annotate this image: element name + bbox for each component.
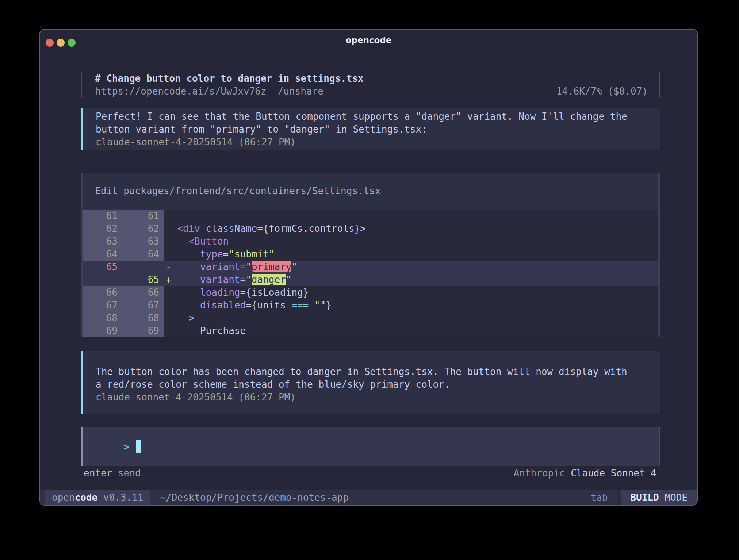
line-number-new: 64 <box>122 248 164 261</box>
diff-code-line: Purchase <box>164 325 658 337</box>
diff-row: 6363 <Button <box>83 235 658 248</box>
diff-code-line <box>164 210 658 222</box>
mode-mode-label: MODE <box>665 492 688 503</box>
window-title: opencode <box>40 35 697 45</box>
line-number-new: 61 <box>122 210 164 222</box>
status-bar: opencode v0.3.11 ~/Desktop/Projects/demo… <box>40 490 697 505</box>
diff-code-line: - variant="primary" <box>164 261 658 273</box>
diff-code-line: <div className={formCs.controls}> <box>164 222 658 235</box>
message-text: Perfect! I can see that the Button compo… <box>96 110 660 123</box>
diff-row: 65+ variant="danger" <box>83 273 658 286</box>
model-provider: Anthropic <box>514 468 571 479</box>
app-name-code: code <box>75 492 98 503</box>
line-number-new: 67 <box>122 299 164 312</box>
session-title: # Change button color to danger in setti… <box>95 72 648 85</box>
model-name: Claude Sonnet 4 <box>571 468 656 479</box>
message-text: button variant from "primary" to "danger… <box>96 123 660 136</box>
diff-code-line: + variant="danger" <box>164 273 658 286</box>
send-action-hint: send <box>112 467 141 480</box>
diff-code-line: loading={isLoading} <box>164 286 658 299</box>
diff-row: 6262 <div className={formCs.controls}> <box>83 222 658 235</box>
line-number-new: 63 <box>122 235 164 248</box>
diff-row: 65- variant="primary" <box>83 261 658 273</box>
line-number-old: 63 <box>83 235 122 248</box>
prompt-symbol: > <box>123 441 129 452</box>
line-number-old: 67 <box>83 299 122 312</box>
footer-hints: enter send Anthropic Claude Sonnet 4 <box>81 467 660 480</box>
edit-tool-block: Edit packages/frontend/src/containers/Se… <box>81 173 660 337</box>
diff-row: 6767 disabled={units === ""} <box>83 299 658 312</box>
diff-row: 6868 > <box>83 312 658 325</box>
diff-row: 6464 type="submit" <box>83 248 658 261</box>
model-indicator: Anthropic Claude Sonnet 4 <box>514 467 656 480</box>
unshare-command[interactable]: /unshare <box>278 85 323 98</box>
line-number-old: 61 <box>83 210 122 222</box>
status-bar-right: tab BUILD MODE <box>590 490 697 505</box>
text-cursor <box>136 440 141 453</box>
line-number-new: 68 <box>122 312 164 325</box>
message-text: a red/rose color scheme instead of the b… <box>96 378 660 391</box>
line-number-new: 66 <box>122 286 164 299</box>
working-directory: ~/Desktop/Projects/demo-notes-app <box>160 490 349 505</box>
diff-code-line: <Button <box>164 235 658 248</box>
diff-row: 6161 <box>83 210 658 222</box>
line-number-old: 62 <box>83 222 122 235</box>
mode-toggle-badge[interactable]: BUILD MODE <box>617 490 697 505</box>
diff-code-line: > <box>164 312 658 325</box>
line-number-new: 65 <box>122 273 164 286</box>
message-model-meta: claude-sonnet-4-20250514 (06:27 PM) <box>96 136 660 149</box>
tab-key-hint: tab <box>590 490 617 505</box>
mode-build-label: BUILD <box>630 492 665 503</box>
opencode-terminal-window: opencode # Change button color to danger… <box>39 29 698 506</box>
app-name-open: open <box>52 492 75 503</box>
message-text: The button color has been changed to dan… <box>96 365 660 378</box>
line-number-old: 65 <box>83 261 122 273</box>
token-cost-stats: 14.6K/7% ($0.07) <box>556 85 648 98</box>
assistant-message-2: The button color has been changed to dan… <box>81 351 660 414</box>
line-number-old: 66 <box>83 286 122 299</box>
line-number-old: 64 <box>83 248 122 261</box>
app-version-badge: opencode v0.3.11 <box>45 490 150 505</box>
line-number-new: 69 <box>122 325 164 337</box>
message-model-meta: claude-sonnet-4-20250514 (06:27 PM) <box>96 391 660 404</box>
diff-code-line: disabled={units === ""} <box>164 299 658 312</box>
edit-tool-title: Edit packages/frontend/src/containers/Se… <box>83 185 658 197</box>
session-subline: https://opencode.ai/s/UwJxv76z /unshare … <box>95 85 648 98</box>
diff-row: 6969 Purchase <box>83 325 658 337</box>
session-header: # Change button color to danger in setti… <box>81 72 660 98</box>
line-number-old: 68 <box>83 312 122 325</box>
line-number-new <box>122 261 164 273</box>
diff-row: 6666 loading={isLoading} <box>83 286 658 299</box>
line-number-new: 62 <box>122 222 164 235</box>
line-number-old <box>83 273 122 286</box>
diff-code-line: type="submit" <box>164 248 658 261</box>
prompt-input[interactable]: > <box>81 427 660 466</box>
line-number-old: 69 <box>83 325 122 337</box>
app-version: v0.3.11 <box>97 492 143 503</box>
share-url-link[interactable]: https://opencode.ai/s/UwJxv76z <box>95 85 267 98</box>
assistant-message-1: Perfect! I can see that the Button compo… <box>81 108 660 150</box>
titlebar: opencode <box>40 30 697 52</box>
enter-key-hint: enter <box>84 467 112 480</box>
diff-view: 61616262 <div className={formCs.controls… <box>83 210 658 337</box>
